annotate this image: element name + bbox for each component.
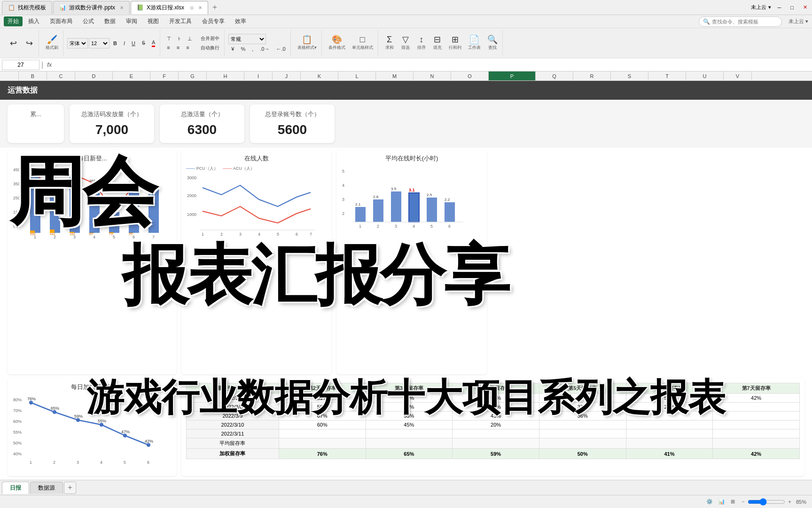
sheet-tab-datasource[interactable]: 数据源	[30, 482, 63, 494]
align-left-button[interactable]: ≡	[164, 44, 172, 51]
status-icon-layout[interactable]: ⊞	[731, 499, 735, 505]
increase-decimal-button[interactable]: .0→	[257, 45, 272, 53]
search-box[interactable]: 🔍	[699, 16, 782, 27]
pptx-tab-close[interactable]: ✕	[120, 5, 124, 10]
sheet-tab-daily[interactable]: 日报	[2, 482, 29, 494]
col-header-s[interactable]: S	[611, 71, 648, 80]
decrease-decimal-button[interactable]: ←.0	[273, 45, 288, 53]
ribbon-tab-review[interactable]: 审阅	[121, 16, 142, 26]
col-header-o[interactable]: O	[451, 71, 489, 80]
merge-center-button[interactable]: 合并居中	[198, 34, 222, 43]
col-header-j[interactable]: J	[273, 71, 301, 80]
ribbon-tab-data[interactable]: 数据	[100, 16, 120, 26]
name-box[interactable]	[2, 60, 39, 70]
col-header-t[interactable]: T	[648, 71, 686, 80]
svg-text:4: 4	[100, 460, 102, 465]
wrap-text-button[interactable]: 自动换行	[198, 44, 222, 52]
svg-text:59%: 59%	[74, 414, 83, 419]
col-header-u[interactable]: U	[686, 71, 724, 80]
status-icon-settings[interactable]: ⚙️	[706, 499, 713, 505]
row-col-button[interactable]: ⊞ 行和列	[446, 34, 464, 52]
table-style-button[interactable]: 📋 表格样式▾	[295, 34, 320, 52]
formula-input[interactable]	[55, 60, 810, 70]
svg-rect-5	[30, 173, 40, 233]
tab-templates[interactable]: 📋 找框壳模板	[2, 1, 52, 14]
fill-button[interactable]: ⊟ 填充	[430, 34, 445, 52]
underline-button[interactable]: U	[129, 40, 138, 47]
ribbon-tab-efficiency[interactable]: 效率	[230, 16, 251, 26]
kpi-card-total-login: 总登录账号数（个） 5600	[250, 104, 335, 143]
col-header-d[interactable]: D	[75, 71, 113, 80]
tab-pptx[interactable]: 📊 游戏数分课件.pptx ✕	[53, 1, 130, 14]
ribbon-tab-insert[interactable]: 插入	[23, 16, 44, 26]
align-middle-button[interactable]: ⊦	[175, 35, 184, 43]
col-header-l[interactable]: L	[338, 71, 376, 80]
zoom-in-button[interactable]: ＋	[787, 498, 792, 505]
add-tab-button[interactable]: ＋	[209, 2, 220, 13]
retention-table-container[interactable]: 最近登录日期 第2天留存率 第3天留存率 第4天留存率 第5天留存率 第6天留存…	[181, 378, 804, 476]
col-header-f[interactable]: F	[150, 71, 179, 80]
search-input[interactable]	[712, 19, 778, 24]
font-color-button[interactable]: A	[149, 39, 158, 48]
ribbon-tab-start[interactable]: 开始	[4, 16, 23, 26]
percent-button[interactable]: %	[238, 45, 248, 53]
col-header-v[interactable]: V	[724, 71, 752, 80]
svg-text:2000: 2000	[187, 193, 196, 198]
align-top-button[interactable]: ⊤	[164, 35, 174, 43]
window-minimize[interactable]: ─	[775, 5, 784, 10]
format-painter-button[interactable]: 🖌️ 格式刷	[43, 34, 61, 52]
ribbon-tab-dev[interactable]: 开发工具	[164, 16, 196, 26]
cell-format-button[interactable]: □ 单元格样式	[349, 34, 376, 52]
col-header-k[interactable]: K	[301, 71, 338, 80]
col-header-r[interactable]: R	[573, 71, 611, 80]
find-button[interactable]: 🔍 查找	[484, 34, 500, 52]
ribbon-tab-vip[interactable]: 会员专享	[197, 16, 229, 26]
col-header-n[interactable]: N	[414, 71, 451, 80]
conditional-format-button[interactable]: 🎨 条件格式	[326, 34, 348, 52]
col-header-h[interactable]: H	[207, 71, 244, 80]
status-icon-view[interactable]: 📊	[718, 499, 725, 505]
template-tab-icon: 📋	[8, 4, 15, 11]
tab-container: 📋 找框壳模板 📊 游戏数分课件.pptx ✕ 📗 X游戏日报.xlsx ⊙ ✕…	[2, 0, 220, 15]
col-header-e[interactable]: E	[113, 71, 150, 80]
col-header-i[interactable]: I	[244, 71, 273, 80]
bold-button[interactable]: B	[110, 40, 120, 47]
cell-format-icon: □	[360, 35, 365, 44]
tab-xlsx[interactable]: 📗 X游戏日报.xlsx ⊙ ✕	[131, 1, 208, 14]
undo-button[interactable]: ↩	[6, 38, 21, 48]
dashboard-area: 运营数据 累... 总激活码发放量（个） 7,000 总激活量（个） 6300	[0, 81, 812, 480]
italic-button[interactable]: I	[121, 40, 128, 47]
redo-button[interactable]: ↪	[22, 38, 37, 48]
sort-button[interactable]: ↕ 排序	[414, 34, 429, 52]
align-right-button[interactable]: ≡	[183, 44, 192, 51]
currency-button[interactable]: ¥	[228, 45, 237, 53]
zoom-slider[interactable]	[748, 498, 785, 506]
col-header-b[interactable]: B	[19, 71, 47, 80]
strikethrough-button[interactable]: S̶	[139, 39, 148, 47]
ribbon-tab-view[interactable]: 视图	[143, 16, 164, 26]
col-header-g[interactable]: G	[179, 71, 207, 80]
align-center-button[interactable]: ≡	[174, 44, 182, 51]
window-maximize[interactable]: □	[788, 5, 796, 10]
add-sheet-button[interactable]: ＋	[64, 482, 76, 494]
workbook-button[interactable]: 📄 工作表	[465, 34, 484, 52]
col-header-c[interactable]: C	[47, 71, 75, 80]
col-header-q[interactable]: Q	[536, 71, 573, 80]
sum-button[interactable]: Σ 求和	[382, 34, 397, 52]
col-header-m[interactable]: M	[376, 71, 414, 80]
svg-rect-9	[109, 212, 119, 233]
thousand-sep-button[interactable]: ,	[249, 45, 256, 53]
col-header-p[interactable]: P	[489, 71, 536, 80]
zoom-out-button[interactable]: －	[741, 498, 746, 505]
ribbon-tab-layout[interactable]: 页面布局	[45, 16, 77, 26]
window-close[interactable]: ✕	[800, 4, 810, 10]
toolbar-group-table-style: 📋 表格样式▾	[293, 30, 322, 56]
font-size-select[interactable]: 12	[89, 38, 109, 48]
svg-text:76%: 76%	[27, 397, 36, 401]
filter-button[interactable]: ▽ 筛选	[398, 34, 413, 52]
xlsx-tab-close[interactable]: ✕	[198, 5, 202, 10]
ribbon-tab-formula[interactable]: 公式	[78, 16, 99, 26]
number-format-select[interactable]: 常规	[228, 34, 266, 44]
align-bottom-button[interactable]: ⊥	[185, 35, 195, 43]
font-name-select[interactable]: 宋体	[67, 38, 88, 48]
